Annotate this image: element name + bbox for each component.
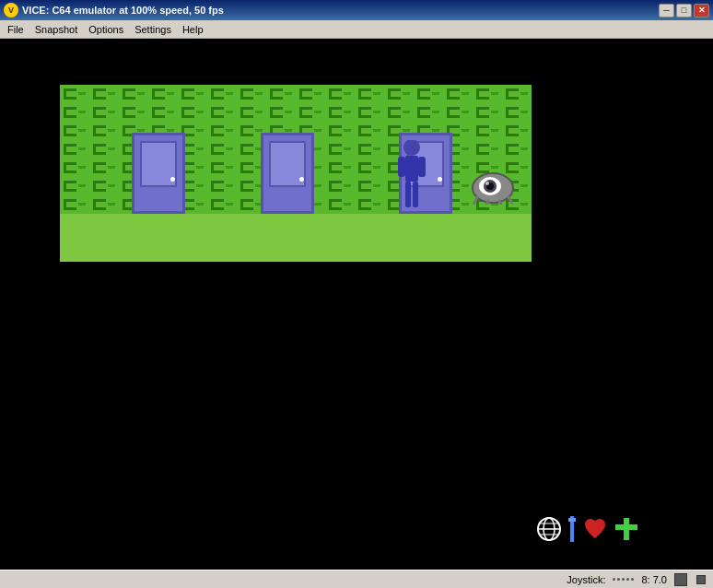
maximize-button[interactable]: □ [676, 4, 692, 18]
hud-staff-icon [567, 516, 577, 542]
menu-snapshot[interactable]: Snapshot [29, 22, 83, 37]
joystick-dots [613, 578, 634, 581]
joystick-indicator [674, 573, 687, 586]
minimize-button[interactable]: ─ [659, 4, 674, 18]
svg-rect-10 [418, 157, 426, 177]
svg-rect-12 [413, 182, 418, 207]
joystick-dot-1 [613, 578, 615, 581]
joystick-dot-2 [617, 578, 620, 581]
hud [536, 516, 639, 542]
player-character [396, 140, 427, 214]
door-middle [261, 133, 314, 214]
menubar: File Snapshot Options Settings Help [0, 20, 713, 39]
svg-rect-31 [615, 524, 637, 530]
game-canvas [60, 85, 532, 262]
svg-line-20 [486, 201, 488, 205]
svg-line-22 [508, 197, 512, 203]
svg-point-7 [403, 140, 420, 156]
joystick-dot-4 [626, 578, 629, 581]
statusbar: Joystick: 8: 7.0 [0, 570, 713, 588]
window-title: VICE: C64 emulator at 100% speed, 50 fps [22, 5, 224, 16]
game-floor [60, 214, 532, 262]
window-controls: ─ □ ✕ [659, 4, 709, 18]
joystick-dot-3 [622, 578, 625, 581]
hud-cross-icon [614, 516, 639, 542]
door-middle-knob [299, 177, 304, 182]
joystick-dot-5 [631, 578, 634, 581]
menu-file[interactable]: File [2, 22, 29, 37]
eye-creature [470, 168, 525, 205]
svg-point-18 [485, 182, 489, 185]
svg-rect-9 [398, 157, 405, 177]
menu-options[interactable]: Options [83, 22, 129, 37]
svg-line-21 [499, 201, 501, 205]
door-left [132, 133, 185, 214]
hud-heart-icon [582, 516, 608, 542]
joystick-label: Joystick: [567, 574, 605, 585]
svg-rect-11 [405, 182, 411, 207]
menu-help[interactable]: Help [177, 22, 209, 37]
app-icon: V [4, 3, 18, 18]
main-area [0, 39, 713, 588]
svg-rect-29 [568, 518, 576, 522]
hud-orb-icon [536, 516, 562, 542]
speed-display: 8: 7.0 [641, 574, 667, 585]
door-right-knob [438, 177, 442, 182]
door-left-knob [170, 177, 175, 182]
menu-settings[interactable]: Settings [129, 22, 177, 37]
joystick-btn [696, 575, 706, 584]
close-button[interactable]: ✕ [694, 4, 709, 18]
svg-rect-8 [405, 156, 418, 182]
titlebar: V VICE: C64 emulator at 100% speed, 50 f… [0, 0, 713, 20]
svg-line-19 [473, 197, 477, 205]
titlebar-left: V VICE: C64 emulator at 100% speed, 50 f… [4, 3, 224, 18]
